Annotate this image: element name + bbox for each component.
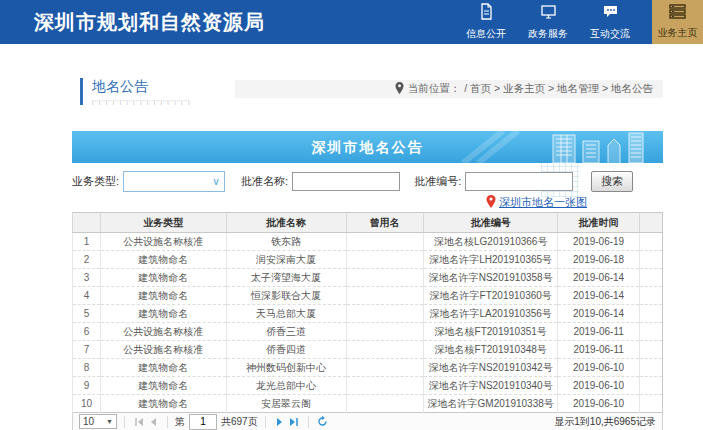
site-header: 深圳市规划和自然资源局 信息公开 政务服务 互动交流 业务主页 [0,0,703,44]
cell-name: 太子湾望海大厦 [226,269,346,287]
cell-spacer [640,305,663,323]
page-title-decoration: |''|''|''|''|''|''|''|''|''|''|''|''|''|… [92,99,190,105]
cell-rownum: 5 [73,305,101,323]
cell-rownum: 10 [73,395,101,413]
list-icon [669,4,686,23]
page-number-input[interactable] [189,414,217,430]
table-row[interactable]: 8 建筑物命名 神州数码创新中心 深地名许字NS201910342号 2019-… [73,359,663,377]
cell-code: 深地名许字GM201910338号 [424,395,558,413]
pagination-bar: 10 ▼ 第 共697页 显示1到10,共6965记录 [72,413,663,430]
refresh-icon[interactable] [316,415,330,429]
document-icon [478,3,495,24]
banner: 深圳市地名公告 [72,131,663,163]
table-row[interactable]: 4 建筑物命名 恒深影联合大厦 深地名许字FT201910360号 2019-0… [73,287,663,305]
nav-item-info-disclosure[interactable]: 信息公开 [455,3,517,41]
site-title: 深圳市规划和自然资源局 [0,9,265,36]
map-link-row: 深圳市地名一张图 [72,195,663,209]
cell-name: 龙光总部中心 [226,377,346,395]
col-rownum [73,213,101,233]
cell-date: 2019-06-11 [558,341,640,359]
cell-spacer [640,323,663,341]
cell-date: 2019-06-10 [558,377,640,395]
chevron-down-icon: ∨ [212,176,220,187]
table-row[interactable]: 3 建筑物命名 太子湾望海大厦 深地名许字NS201910358号 2019-0… [73,269,663,287]
cell-code: 深地名许字FT201910360号 [424,287,558,305]
records-summary: 显示1到10,共6965记录 [554,415,656,429]
nav-item-gov-services[interactable]: 政务服务 [517,3,579,41]
cell-spacer [640,251,663,269]
cell-name: 神州数码创新中心 [226,359,346,377]
location-pin-icon [395,82,404,96]
search-button[interactable]: 搜索 [591,171,633,192]
map-pin-icon [486,195,496,210]
cell-rownum: 4 [73,287,101,305]
top-nav: 信息公开 政务服务 互动交流 [455,0,641,44]
business-type-select[interactable]: ∨ [123,171,225,192]
nav-label: 信息公开 [466,27,506,41]
breadcrumb-path[interactable]: / 首页 > 业务主页 > 地名管理 > 地名公告 [464,82,653,96]
cell-date: 2019-06-14 [558,269,640,287]
main-content: 深圳市地名公告 业务类型: ∨ 批准名称: 批准编号: 搜索 深圳市地名一张图 … [72,131,663,430]
table-row[interactable]: 10 建筑物命名 安居翠云阁 深地名许字GM201910338号 2019-06… [73,395,663,413]
table-row[interactable]: 5 建筑物命名 天马总部大厦 深地名许字LA201910356号 2019-06… [73,305,663,323]
cell-former [346,395,424,413]
cell-type: 公共设施名称核准 [100,233,226,251]
cell-rownum: 1 [73,233,101,251]
table-row[interactable]: 2 建筑物命名 润安深南大厦 深地名许字LH201910365号 2019-06… [73,251,663,269]
cell-spacer [640,269,663,287]
cell-rownum: 9 [73,377,101,395]
cell-rownum: 2 [73,251,101,269]
cell-former [346,287,424,305]
section-title-block: 地名公告 |''|''|''|''|''|''|''|''|''|''|''|'… [80,78,190,105]
table-row[interactable]: 6 公共设施名称核准 侨香三道 深地名核FT201910351号 2019-06… [73,323,663,341]
cell-type: 建筑物命名 [100,269,226,287]
cell-code: 深地名许字NS201910340号 [424,377,558,395]
divider [265,416,266,428]
table-row[interactable]: 7 公共设施名称核准 侨香四道 深地名核FT201910348号 2019-06… [73,341,663,359]
filter-bar: 业务类型: ∨ 批准名称: 批准编号: 搜索 [72,171,663,192]
approved-name-input[interactable] [292,172,400,191]
cell-type: 建筑物命名 [100,395,226,413]
approval-number-input[interactable] [465,172,573,191]
cell-name: 安居翠云阁 [226,395,346,413]
subhead: 地名公告 |''|''|''|''|''|''|''|''|''|''|''|'… [80,78,663,105]
col-code: 批准编号 [424,213,558,233]
cell-name: 天马总部大厦 [226,305,346,323]
nav-label: 政务服务 [528,27,568,41]
table-row[interactable]: 1 公共设施名称核准 铁东路 深地名核LG201910366号 2019-06-… [73,233,663,251]
col-type: 业务类型 [100,213,226,233]
map-link[interactable]: 深圳市地名一张图 [499,195,587,210]
cell-type: 公共设施名称核准 [100,341,226,359]
cell-spacer [640,377,663,395]
prev-page-icon[interactable] [146,415,160,429]
cell-spacer [640,287,663,305]
cell-former [346,305,424,323]
cell-type: 建筑物命名 [100,305,226,323]
divider [167,416,168,428]
cell-rownum: 6 [73,323,101,341]
approved-name-label: 批准名称: [241,174,288,189]
next-page-icon[interactable] [273,415,287,429]
page-size-select[interactable]: 10 ▼ [79,414,117,429]
cell-name: 侨香四道 [226,341,346,359]
cell-date: 2019-06-19 [558,233,640,251]
col-spacer [640,213,663,233]
monitor-icon [540,3,557,24]
announcement-table: 业务类型 批准名称 曾用名 批准编号 批准时间 1 公共设施名称核准 铁东路 深… [72,212,663,413]
cell-former [346,359,424,377]
first-page-icon[interactable] [132,415,146,429]
banner-title: 深圳市地名公告 [72,131,663,163]
tab-business-home[interactable]: 业务主页 [652,0,703,44]
nav-item-interaction[interactable]: 互动交流 [579,3,641,41]
cell-code: 深地名许字NS201910358号 [424,269,558,287]
cell-rownum: 3 [73,269,101,287]
table-row[interactable]: 9 建筑物命名 龙光总部中心 深地名许字NS201910340号 2019-06… [73,377,663,395]
total-pages-label: 共697页 [221,415,258,429]
cell-date: 2019-06-14 [558,305,640,323]
business-type-label: 业务类型: [72,174,119,189]
cell-type: 建筑物命名 [100,359,226,377]
cell-date: 2019-06-18 [558,251,640,269]
breadcrumb: 当前位置： / 首页 > 业务主页 > 地名管理 > 地名公告 [235,80,663,98]
cell-type: 建筑物命名 [100,251,226,269]
last-page-icon[interactable] [287,415,301,429]
